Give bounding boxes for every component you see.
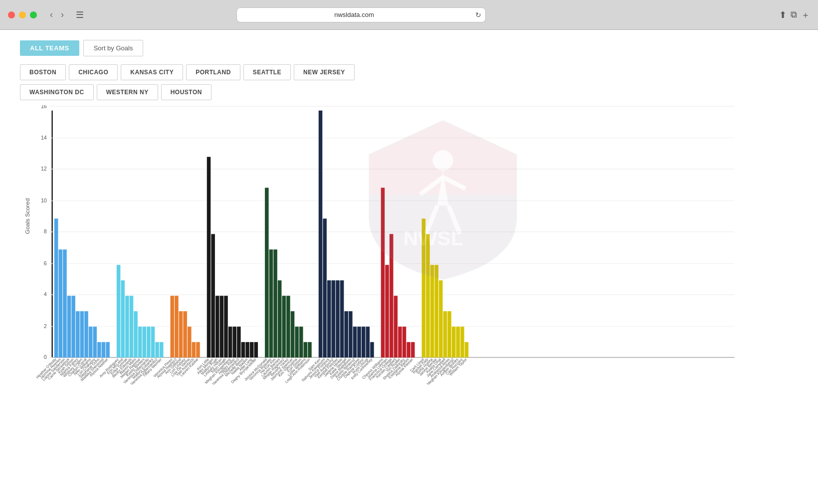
- svg-rect-147: [353, 327, 357, 357]
- svg-rect-33: [76, 311, 80, 357]
- svg-rect-137: [332, 280, 336, 357]
- svg-rect-125: [299, 327, 303, 357]
- all-teams-button[interactable]: ALL TEAMS: [20, 40, 79, 56]
- sidebar-button[interactable]: ☰: [73, 8, 87, 21]
- svg-text:10: 10: [41, 197, 47, 203]
- browser-actions: ⬆ ⧉ ＋: [779, 9, 810, 21]
- svg-rect-51: [121, 280, 125, 357]
- svg-rect-49: [117, 265, 121, 357]
- svg-rect-47: [106, 342, 110, 357]
- svg-rect-143: [344, 311, 348, 357]
- svg-text:2: 2: [44, 323, 47, 329]
- browser-chrome: ‹ › ☰ nwsldata.com ↻ ⬆ ⧉ ＋: [0, 0, 818, 30]
- svg-text:4: 4: [44, 291, 47, 297]
- team-filters: BOSTON CHICAGO KANSAS CITY PORTLAND SEAT…: [20, 64, 798, 80]
- team-button-western-ny[interactable]: WESTERN NY: [97, 84, 158, 100]
- svg-rect-99: [237, 327, 241, 357]
- svg-rect-57: [134, 311, 138, 357]
- svg-rect-85: [207, 157, 211, 357]
- svg-rect-131: [319, 111, 323, 357]
- svg-rect-83: [196, 342, 200, 357]
- svg-rect-27: [63, 249, 67, 357]
- url-text: nwsldata.com: [237, 11, 471, 18]
- svg-rect-37: [84, 311, 88, 357]
- svg-rect-121: [291, 311, 295, 357]
- svg-rect-191: [460, 327, 464, 357]
- svg-rect-185: [447, 311, 451, 357]
- svg-rect-113: [273, 249, 277, 357]
- team-button-seattle[interactable]: SEATTLE: [243, 64, 291, 80]
- svg-rect-183: [443, 311, 447, 357]
- team-button-boston[interactable]: BOSTON: [20, 64, 66, 80]
- svg-point-0: [433, 150, 453, 170]
- new-tab-button[interactable]: ＋: [801, 9, 810, 21]
- svg-rect-23: [54, 219, 58, 358]
- svg-rect-75: [179, 311, 183, 357]
- close-button[interactable]: [8, 11, 15, 18]
- svg-rect-105: [250, 342, 254, 357]
- svg-rect-39: [89, 327, 93, 357]
- svg-rect-141: [340, 280, 344, 357]
- svg-text:Goals Scored: Goals Scored: [24, 198, 31, 234]
- svg-rect-87: [211, 234, 215, 357]
- svg-text:16: 16: [41, 105, 47, 109]
- svg-rect-139: [336, 280, 340, 357]
- svg-rect-81: [192, 342, 196, 357]
- svg-rect-127: [304, 342, 308, 357]
- team-button-chicago[interactable]: CHICAGO: [69, 64, 118, 80]
- svg-rect-153: [366, 327, 370, 357]
- svg-rect-93: [224, 296, 228, 357]
- svg-rect-29: [67, 296, 71, 357]
- svg-rect-45: [102, 342, 106, 357]
- svg-rect-171: [411, 342, 415, 357]
- svg-rect-95: [228, 327, 232, 357]
- svg-rect-31: [71, 296, 75, 357]
- svg-rect-41: [93, 327, 97, 357]
- svg-rect-91: [220, 296, 224, 357]
- svg-rect-101: [241, 342, 245, 357]
- svg-rect-67: [155, 342, 159, 357]
- svg-rect-103: [245, 342, 249, 357]
- svg-rect-111: [269, 249, 273, 357]
- filter-row: ALL TEAMS Sort by Goals: [20, 40, 798, 56]
- back-button[interactable]: ‹: [47, 8, 56, 21]
- svg-rect-169: [407, 342, 410, 357]
- team-button-washington-dc[interactable]: WASHINGTON DC: [20, 84, 94, 100]
- sort-by-goals-button[interactable]: Sort by Goals: [83, 40, 144, 56]
- team-button-portland[interactable]: PORTLAND: [186, 64, 240, 80]
- team-button-houston[interactable]: HOUSTON: [161, 84, 211, 100]
- minimize-button[interactable]: [19, 11, 26, 18]
- svg-rect-89: [215, 296, 219, 357]
- svg-rect-163: [394, 296, 398, 357]
- svg-rect-97: [232, 327, 236, 357]
- svg-rect-117: [282, 296, 286, 357]
- svg-text:0: 0: [44, 354, 47, 360]
- svg-rect-43: [97, 342, 101, 357]
- svg-rect-145: [349, 311, 353, 357]
- svg-rect-165: [398, 327, 402, 357]
- svg-rect-135: [327, 280, 331, 357]
- svg-rect-109: [265, 188, 269, 358]
- chart-container: NWSL Goals Scored 0 2 4 6 8: [20, 105, 798, 384]
- svg-rect-181: [439, 280, 443, 357]
- svg-rect-79: [188, 327, 192, 357]
- share-button[interactable]: ⬆: [779, 9, 787, 21]
- forward-button[interactable]: ›: [58, 8, 67, 21]
- team-button-kansas-city[interactable]: KANSAS CITY: [121, 64, 183, 80]
- url-bar[interactable]: nwsldata.com ↻: [236, 7, 486, 22]
- svg-rect-55: [130, 296, 134, 357]
- nav-buttons: ‹ ›: [47, 8, 67, 21]
- tab-button[interactable]: ⧉: [791, 9, 797, 21]
- traffic-lights: [8, 11, 37, 18]
- refresh-button[interactable]: ↻: [471, 11, 485, 19]
- svg-rect-149: [357, 327, 361, 357]
- svg-rect-133: [323, 219, 327, 358]
- nwsl-watermark: NWSL: [358, 115, 528, 285]
- maximize-button[interactable]: [30, 11, 37, 18]
- svg-text:6: 6: [44, 260, 47, 266]
- svg-text:8: 8: [44, 228, 47, 234]
- svg-rect-193: [465, 342, 469, 357]
- svg-rect-189: [456, 327, 460, 357]
- svg-rect-63: [147, 327, 151, 357]
- team-button-new-jersey[interactable]: NEW JERSEY: [294, 64, 355, 80]
